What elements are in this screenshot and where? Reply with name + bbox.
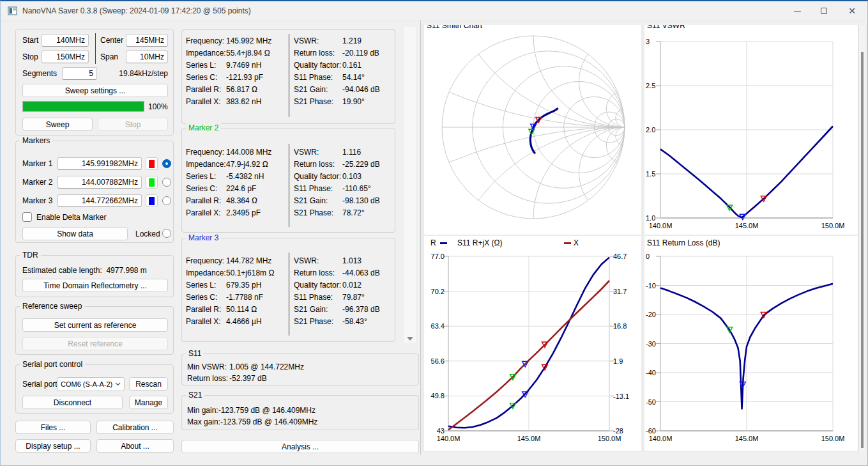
marker-data-row: Series C:-121.93 pF xyxy=(186,73,263,84)
marker-data-label: Parallel R: xyxy=(186,196,226,205)
marker-data-label: S21 Phase: xyxy=(294,317,342,326)
span-input[interactable] xyxy=(126,50,168,63)
marker-data-row: Return loss:-20.119 dB xyxy=(294,49,379,60)
marker-data-label: Impedance: xyxy=(186,49,226,58)
stop-input[interactable] xyxy=(42,50,89,63)
marker-data-value: 145.992 MHz xyxy=(226,36,271,45)
marker1-color-button[interactable] xyxy=(146,157,158,170)
svg-text:56.6: 56.6 xyxy=(431,357,445,365)
sweep-button[interactable]: Sweep xyxy=(22,118,93,131)
svg-text:145.0M: 145.0M xyxy=(517,435,541,442)
marker-data-value: 0.103 xyxy=(342,172,362,181)
marker-data-value: -121.93 pF xyxy=(226,73,263,82)
about-button[interactable]: About ... xyxy=(96,439,174,453)
serial-port-label: Serial port xyxy=(22,380,57,389)
tdr-button[interactable]: Time Domain Reflectometry ... xyxy=(22,279,168,292)
analysis-button[interactable]: Analysis ... xyxy=(181,440,419,453)
marker-panel-scrollbar[interactable] xyxy=(404,27,416,343)
marker-data-label: Impedance: xyxy=(186,160,226,169)
marker-data-value: 224.6 pF xyxy=(226,184,256,193)
chart-area-scrollbar[interactable] xyxy=(858,25,865,452)
scrollbar-thumb[interactable] xyxy=(861,52,864,448)
svg-text:145.0M: 145.0M xyxy=(735,435,759,442)
marker-data-row: Parallel X:2.3495 pF xyxy=(186,208,261,220)
marker2-frequency-input[interactable] xyxy=(57,176,142,189)
marker-data-value: 0.161 xyxy=(342,61,362,70)
marker-data-value: 2.3495 pF xyxy=(226,208,261,217)
return-loss-chart-title: S11 Return Loss (dB) xyxy=(647,238,720,247)
s11-smith-chart[interactable]: S11 Smith Chart xyxy=(424,25,641,235)
marker-data-row: S11 Phase:54.14° xyxy=(294,73,365,84)
max-gain-label: Max gain: xyxy=(187,417,220,426)
s11-rjx-chart[interactable]: R S11 R+jX (Ω) X 77.070.263.456.649.8434… xyxy=(424,236,641,451)
maximize-button[interactable] xyxy=(811,1,837,20)
minimize-icon xyxy=(794,11,801,12)
cable-length-caption: Estimated cable length: xyxy=(22,266,102,275)
s11-return-loss-row: Return loss:-52.397 dB xyxy=(187,374,267,383)
max-gain-row: Max gain:-123.759 dB @ 146.409MHz xyxy=(187,417,317,426)
manage-button[interactable]: Manage xyxy=(129,396,168,409)
marker1-frequency-input[interactable] xyxy=(57,157,142,170)
marker-data-row: Parallel R:50.114 Ω xyxy=(186,305,257,316)
marker3-frequency-input[interactable] xyxy=(57,194,142,207)
reset-reference-button[interactable]: Reset reference xyxy=(22,337,168,350)
enable-delta-marker-checkbox[interactable] xyxy=(22,212,32,222)
serial-port-select[interactable]: COM6 (S-A-A-2) xyxy=(57,377,125,391)
marker-data-row: Parallel R:56.817 Ω xyxy=(186,85,257,97)
marker-data-label: VSWR: xyxy=(294,148,342,157)
marker-data-value: 4.4666 µH xyxy=(226,317,262,326)
display-setup-button[interactable]: Display setup ... xyxy=(15,439,91,453)
svg-text:1.9: 1.9 xyxy=(613,357,623,365)
center-input[interactable] xyxy=(126,34,168,47)
marker-data-row: Series L:-5.4382 nH xyxy=(186,172,264,183)
calibration-button[interactable]: Calibration ... xyxy=(96,421,174,434)
marker3-color-swatch xyxy=(149,197,155,205)
s11-return-loss-chart[interactable]: S11 Return Loss (dB) 0-10-20-30-40-50-60… xyxy=(644,236,858,451)
marker-data-value: 54.14° xyxy=(342,73,365,82)
marker-data-value: 55.4+j8.94 Ω xyxy=(226,49,270,58)
marker-data-value: 50.114 Ω xyxy=(226,305,257,314)
marker-data-label: Return loss: xyxy=(294,160,342,169)
marker1-radio[interactable] xyxy=(162,159,171,168)
marker-data-label: Series L: xyxy=(186,61,226,70)
marker-data-label: Parallel R: xyxy=(186,305,226,314)
marker-data-value: -110.65° xyxy=(342,184,371,193)
scroll-down-icon[interactable] xyxy=(407,337,413,341)
marker-data-label: Impedance: xyxy=(186,268,226,277)
sweep-progress-bar xyxy=(22,101,144,112)
marker-data-label: S11 Phase: xyxy=(294,293,342,302)
marker-data-label: S21 Phase: xyxy=(294,208,342,217)
svg-text:1.0: 1.0 xyxy=(646,214,655,222)
close-icon: ✕ xyxy=(848,6,856,16)
locked-radio[interactable] xyxy=(162,229,171,238)
minimize-button[interactable] xyxy=(784,1,810,20)
marker-data-value: -25.229 dB xyxy=(342,160,380,169)
marker-data-row: S21 Gain:-96.378 dB xyxy=(294,305,380,316)
marker3-color-button[interactable] xyxy=(146,194,158,207)
svg-text:-40: -40 xyxy=(646,369,656,377)
rescan-button[interactable]: Rescan xyxy=(129,377,168,391)
close-button[interactable]: ✕ xyxy=(839,1,865,20)
sweep-settings-button[interactable]: Sweep settings ... xyxy=(22,84,168,97)
set-reference-button[interactable]: Set current as reference xyxy=(22,318,168,332)
stop-button[interactable]: Stop xyxy=(98,118,168,131)
marker2-radio[interactable] xyxy=(162,178,171,187)
title-bar: NanoVNA Saver 0.3.8 (Sweep: 2024-01-09 1… xyxy=(1,1,867,20)
svg-text:77.0: 77.0 xyxy=(431,252,445,260)
svg-text:3: 3 xyxy=(646,38,650,45)
marker-data-label: S11 Phase: xyxy=(294,73,342,82)
marker3-data-divider xyxy=(289,252,289,336)
svg-text:-30: -30 xyxy=(646,340,656,348)
reference-sweep-group: Reference sweep Set current as reference… xyxy=(15,306,174,355)
svg-text:2.0: 2.0 xyxy=(646,126,655,134)
tdr-group: TDR Estimated cable length: 4977.998 m T… xyxy=(15,255,174,297)
s11-vswr-chart[interactable]: S11 VSWR 32.52.01.51.0140.0M145.0M150.0M xyxy=(644,25,858,235)
show-data-button[interactable]: Show data xyxy=(22,227,128,240)
marker3-radio[interactable] xyxy=(162,196,171,205)
disconnect-button[interactable]: Disconnect xyxy=(22,396,123,409)
files-button[interactable]: Files ... xyxy=(15,421,91,434)
marker2-color-button[interactable] xyxy=(146,176,158,189)
start-input[interactable] xyxy=(42,34,89,47)
segments-input[interactable] xyxy=(62,67,97,80)
segments-label: Segments xyxy=(22,69,57,78)
